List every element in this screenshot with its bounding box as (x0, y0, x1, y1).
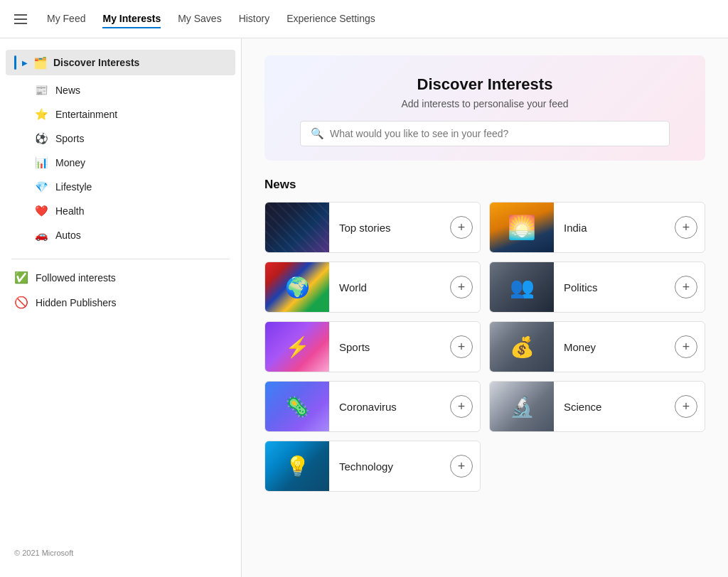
search-input[interactable] (330, 128, 659, 139)
sports-icon: ⚽ (34, 132, 48, 145)
card-image-sports (265, 322, 329, 372)
card-image-science (490, 382, 554, 431)
sidebar-divider (11, 259, 230, 259)
nav-my-saves[interactable]: My Saves (178, 10, 221, 28)
sports-label: Sports (55, 133, 84, 144)
main-content: Discover Interests Add interests to pers… (242, 38, 728, 577)
nav-experience-settings[interactable]: Experience Settings (287, 10, 375, 28)
news-section-title: News (264, 178, 705, 192)
sidebar-item-sports[interactable]: ⚽ Sports (0, 126, 241, 151)
search-icon: 🔍 (311, 127, 324, 140)
nav-my-interests[interactable]: My Interests (102, 10, 161, 28)
lifestyle-label: Lifestyle (55, 181, 92, 193)
card-image-india (490, 203, 554, 252)
banner-subtitle: Add interests to personalise your feed (282, 98, 688, 109)
card-add-top-stories[interactable]: + (450, 216, 473, 239)
discover-section: ▶ 🗂️ Discover Interests 📰 News ⭐ Enterta… (0, 50, 241, 247)
card-money[interactable]: Money + (489, 321, 705, 372)
card-science[interactable]: Science + (489, 381, 705, 432)
followed-label: Followed interests (36, 272, 116, 284)
sidebar: ▶ 🗂️ Discover Interests 📰 News ⭐ Enterta… (0, 38, 242, 577)
card-politics[interactable]: Politics + (489, 261, 705, 313)
copyright-text: © 2021 Microsoft (14, 549, 73, 557)
main-layout: ▶ 🗂️ Discover Interests 📰 News ⭐ Enterta… (0, 38, 728, 577)
hamburger-menu[interactable] (11, 11, 30, 27)
card-label-top-stories: Top stories (329, 222, 450, 234)
card-image-top-stories (265, 203, 329, 252)
followed-icon: ✅ (14, 271, 28, 284)
health-label: Health (55, 205, 84, 217)
banner-title: Discover Interests (282, 75, 688, 94)
card-label-technology: Technology (329, 460, 450, 473)
card-label-money: Money (554, 341, 675, 353)
card-top-stories[interactable]: Top stories + (264, 202, 481, 253)
card-india[interactable]: India + (489, 202, 705, 253)
sidebar-item-autos[interactable]: 🚗 Autos (0, 223, 241, 247)
sidebar-item-news[interactable]: 📰 News (0, 78, 241, 102)
card-world[interactable]: World + (264, 261, 481, 313)
news-icon: 📰 (34, 84, 48, 97)
card-add-sports[interactable]: + (450, 335, 473, 358)
card-label-coronavirus: Coronavirus (329, 401, 450, 413)
hidden-label: Hidden Publishers (36, 297, 117, 308)
hidden-icon: 🚫 (14, 296, 28, 309)
card-add-world[interactable]: + (450, 276, 473, 298)
discover-label: Discover Interests (53, 57, 139, 68)
card-label-sports: Sports (329, 341, 450, 353)
entertainment-label: Entertainment (55, 109, 117, 120)
sidebar-followed-interests[interactable]: ✅ Followed interests (0, 265, 241, 290)
card-coronavirus[interactable]: Coronavirus + (264, 381, 481, 432)
card-sports[interactable]: Sports + (264, 321, 481, 372)
search-bar[interactable]: 🔍 (300, 121, 670, 146)
health-icon: ❤️ (34, 205, 48, 217)
sidebar-item-lifestyle[interactable]: 💎 Lifestyle (0, 175, 241, 199)
footer: © 2021 Microsoft (0, 540, 241, 566)
card-label-science: Science (554, 401, 675, 413)
discover-interests-item[interactable]: ▶ 🗂️ Discover Interests (6, 50, 235, 75)
card-add-technology[interactable]: + (450, 455, 473, 478)
money-label: Money (55, 157, 85, 168)
sidebar-hidden-publishers[interactable]: 🚫 Hidden Publishers (0, 290, 241, 315)
discover-icon: 🗂️ (33, 56, 48, 70)
sidebar-item-health[interactable]: ❤️ Health (0, 199, 241, 223)
sidebar-item-money[interactable]: 📊 Money (0, 151, 241, 175)
card-add-money[interactable]: + (675, 335, 697, 358)
card-add-india[interactable]: + (675, 216, 697, 239)
chevron-right-icon: ▶ (22, 59, 28, 67)
cards-grid: Top stories + India + World + Politics + (264, 202, 705, 492)
card-add-coronavirus[interactable]: + (450, 395, 473, 418)
card-image-world (265, 262, 329, 312)
active-bar (14, 55, 16, 70)
card-add-politics[interactable]: + (675, 276, 697, 298)
card-image-coronavirus (265, 382, 329, 431)
card-image-technology (265, 441, 329, 491)
card-technology[interactable]: Technology + (264, 441, 481, 492)
nav-history[interactable]: History (239, 10, 270, 28)
card-label-world: World (329, 281, 450, 293)
lifestyle-icon: 💎 (34, 180, 48, 193)
card-label-india: India (554, 222, 675, 234)
top-nav: My Feed My Interests My Saves History Ex… (0, 0, 728, 38)
entertainment-icon: ⭐ (34, 108, 48, 121)
sidebar-item-entertainment[interactable]: ⭐ Entertainment (0, 102, 241, 126)
autos-icon: 🚗 (34, 229, 48, 242)
autos-label: Autos (55, 230, 81, 241)
card-image-politics (490, 262, 554, 312)
card-label-politics: Politics (554, 281, 675, 293)
nav-my-feed[interactable]: My Feed (47, 10, 85, 28)
discover-banner: Discover Interests Add interests to pers… (264, 55, 705, 161)
money-icon: 📊 (34, 156, 48, 169)
news-label: News (55, 85, 80, 96)
card-image-money (490, 322, 554, 372)
card-add-science[interactable]: + (675, 395, 697, 418)
